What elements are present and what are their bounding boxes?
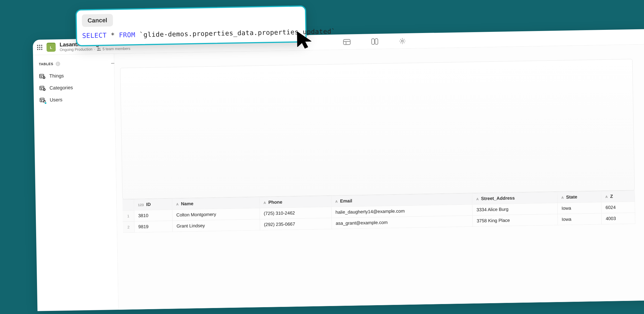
svg-rect-5 — [372, 39, 374, 44]
avatar[interactable]: L — [46, 42, 56, 52]
tables-heading: TABLES i — [36, 59, 111, 71]
preview-panel — [120, 59, 635, 199]
row-number: 1 — [123, 210, 134, 222]
sql-query-popup: Cancel SELECT * FROM `glide-demos.proper… — [75, 5, 307, 46]
sql-input[interactable]: SELECT * FROM `glide-demos.properties_da… — [82, 28, 300, 39]
cell[interactable]: 4003 — [602, 213, 635, 224]
sql-star: * — [111, 32, 115, 39]
sync-indicator-icon — [44, 102, 47, 104]
tab-layout-icon[interactable] — [371, 38, 379, 45]
cell[interactable]: (292) 235-0667 — [260, 218, 332, 230]
apps-grid-icon[interactable] — [37, 44, 42, 50]
svg-rect-6 — [375, 38, 378, 44]
column-header-z[interactable]: AZ — [601, 191, 635, 202]
avatar-letter: L — [50, 46, 52, 50]
table-add-icon — [39, 73, 45, 79]
cancel-button[interactable]: Cancel — [82, 14, 113, 27]
top-tabs — [343, 37, 406, 46]
cell[interactable]: Grant Lindsey — [172, 219, 260, 232]
sidebar: TABLES i – Things Categories — [33, 54, 119, 311]
tab-settings-icon[interactable] — [399, 37, 406, 45]
svg-point-1 — [99, 48, 100, 49]
main-area: 123ID AName APhone AEmail AStreet_Addres… — [114, 43, 644, 310]
column-header-phone[interactable]: APhone — [259, 196, 331, 208]
sql-keyword-from: FROM — [119, 31, 136, 39]
cell[interactable]: 3810 — [134, 210, 173, 221]
cell[interactable]: 3334 Alice Burg — [472, 203, 557, 215]
info-icon[interactable]: i — [56, 61, 60, 66]
svg-point-0 — [97, 47, 99, 49]
cell[interactable]: (725) 310-2462 — [260, 207, 332, 219]
people-icon — [97, 47, 101, 51]
sidebar-item-label: Categories — [50, 85, 73, 91]
cell[interactable]: 6024 — [601, 202, 635, 213]
cell[interactable]: asa_grant@example.com — [331, 216, 473, 229]
members-count: 5 team members — [102, 47, 130, 51]
tables-heading-label: TABLES — [39, 62, 53, 66]
svg-rect-2 — [343, 39, 350, 44]
tab-data-icon[interactable] — [343, 38, 351, 45]
cursor-icon — [296, 30, 315, 52]
status-text: Ongoing Production — [60, 47, 93, 52]
sidebar-item-label: Things — [49, 73, 64, 79]
column-header-name[interactable]: AName — [172, 197, 260, 210]
row-number: 2 — [123, 221, 134, 233]
sidebar-item-label: Users — [50, 97, 63, 103]
svg-point-7 — [401, 40, 403, 42]
cell[interactable]: Iowa — [557, 213, 602, 225]
sidebar-item-categories[interactable]: Categories — [37, 81, 111, 94]
sidebar-item-users[interactable]: Users — [37, 93, 111, 106]
table-add-icon — [39, 85, 46, 91]
sql-keyword-select: SELECT — [82, 32, 107, 39]
column-header-street-address[interactable]: AStreet_Address — [472, 192, 557, 204]
sidebar-item-things[interactable]: Things — [37, 69, 111, 82]
app-window: L Lasantha's Page Ongoing Production · 5… — [33, 28, 644, 311]
cell[interactable]: Iowa — [557, 202, 602, 214]
column-header-state[interactable]: AState — [557, 191, 601, 203]
page-subtitle: Ongoing Production · 5 team members — [60, 47, 130, 52]
cell[interactable]: Colton Montgomery — [172, 208, 260, 221]
column-header-id[interactable]: 123ID — [134, 199, 172, 210]
cell[interactable]: 9819 — [134, 221, 173, 232]
rownum-header — [122, 199, 134, 210]
cell[interactable]: 3758 King Place — [472, 214, 557, 226]
